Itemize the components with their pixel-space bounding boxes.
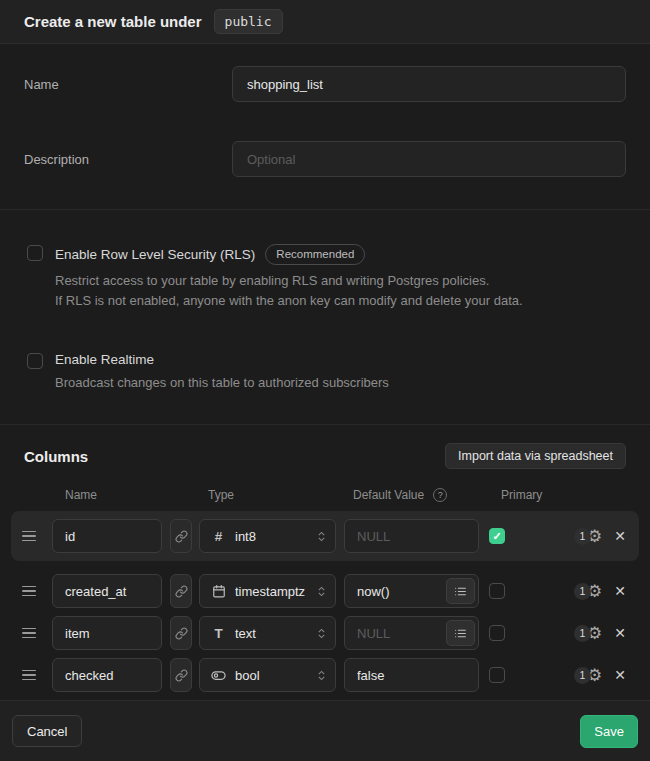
save-button[interactable]: Save (580, 715, 638, 748)
chevron-up-down-icon (315, 530, 328, 543)
modal-header: Create a new table under public (0, 0, 650, 44)
column-row: # int8 ✓ 1 ⚙ ✕ (11, 511, 639, 561)
column-row: timestamptz 1 ⚙ ✕ (11, 573, 639, 609)
modal-title: Create a new table under (24, 13, 202, 30)
rls-option: Enable Row Level Security (RLS) Recommen… (24, 244, 626, 311)
column-settings-button[interactable]: 1 ⚙ (574, 528, 602, 545)
column-settings-button[interactable]: 1 ⚙ (574, 583, 602, 600)
column-type-value: int8 (235, 529, 306, 544)
table-description-input[interactable] (232, 141, 626, 177)
remove-column-icon[interactable]: ✕ (614, 668, 626, 682)
header-primary: Primary (501, 488, 542, 502)
column-rows: # int8 ✓ 1 ⚙ ✕ timestamptz (24, 511, 626, 693)
header-name: Name (65, 488, 208, 502)
remove-column-icon[interactable]: ✕ (614, 584, 626, 598)
remove-column-icon[interactable]: ✕ (614, 626, 626, 640)
settings-count-badge: 1 (574, 667, 591, 684)
foreign-key-link-icon[interactable] (170, 574, 192, 608)
drag-handle-icon[interactable] (22, 531, 36, 542)
create-table-modal: Create a new table under public Name Des… (0, 0, 650, 761)
chevron-up-down-icon (315, 585, 328, 598)
primary-checkbox[interactable] (489, 625, 505, 641)
import-spreadsheet-button[interactable]: Import data via spreadsheet (445, 443, 626, 469)
default-value-menu-icon[interactable] (446, 620, 475, 646)
column-name-input[interactable] (52, 658, 162, 692)
column-type-value: text (235, 626, 306, 641)
name-label: Name (24, 66, 232, 102)
column-type-select[interactable]: timestamptz (199, 574, 336, 608)
chevron-up-down-icon (315, 669, 328, 682)
name-row: Name (24, 66, 626, 102)
cancel-button[interactable]: Cancel (12, 715, 82, 747)
toggle-icon (211, 668, 226, 683)
realtime-option: Enable Realtime Broadcast changes on thi… (24, 352, 626, 393)
chevron-up-down-icon (315, 627, 328, 640)
remove-column-icon[interactable]: ✕ (614, 529, 626, 543)
basic-info-section: Name Description (0, 44, 650, 210)
default-value-menu-icon[interactable] (446, 578, 475, 604)
drag-handle-icon[interactable] (22, 670, 36, 681)
primary-checkbox[interactable] (489, 667, 505, 683)
columns-section: Columns Import data via spreadsheet Name… (0, 425, 650, 700)
column-type-value: bool (235, 668, 306, 683)
foreign-key-link-icon[interactable] (170, 519, 192, 553)
foreign-key-link-icon[interactable] (170, 658, 192, 692)
column-name-input[interactable] (52, 519, 162, 553)
rls-description-line1: Restrict access to your table by enablin… (55, 271, 523, 291)
column-default-input[interactable] (344, 519, 479, 553)
realtime-checkbox[interactable] (27, 353, 43, 369)
column-settings-button[interactable]: 1 ⚙ (574, 625, 602, 642)
column-name-input[interactable] (52, 574, 162, 608)
rls-label: Enable Row Level Security (RLS) (55, 247, 255, 262)
column-row: T text 1 ⚙ ✕ (11, 615, 639, 651)
calendar-icon (211, 584, 226, 598)
primary-checkbox[interactable]: ✓ (489, 528, 505, 544)
help-circle-icon[interactable]: ? (433, 488, 447, 502)
column-type-select[interactable]: T text (199, 616, 336, 650)
table-name-input[interactable] (232, 66, 626, 102)
columns-heading: Columns (24, 448, 88, 465)
settings-count-badge: 1 (574, 528, 591, 545)
settings-count-badge: 1 (574, 625, 591, 642)
drag-handle-icon[interactable] (22, 586, 36, 597)
description-label: Description (24, 141, 232, 177)
column-type-select[interactable]: # int8 (199, 519, 336, 553)
primary-checkbox[interactable] (489, 583, 505, 599)
options-section: Enable Row Level Security (RLS) Recommen… (0, 210, 650, 425)
foreign-key-link-icon[interactable] (170, 616, 192, 650)
realtime-description: Broadcast changes on this table to autho… (55, 373, 389, 393)
column-type-select[interactable]: bool (199, 658, 336, 692)
drag-handle-icon[interactable] (22, 628, 36, 639)
columns-table-header: Name Type Default Value ? Primary (24, 488, 626, 502)
header-type: Type (208, 488, 353, 502)
schema-badge: public (214, 9, 283, 35)
header-default-value: Default Value (353, 488, 424, 502)
column-row: bool 1 ⚙ ✕ (11, 657, 639, 693)
column-settings-button[interactable]: 1 ⚙ (574, 667, 602, 684)
column-type-value: timestamptz (235, 584, 306, 599)
recommended-badge: Recommended (265, 244, 365, 265)
hash-icon: # (211, 529, 226, 544)
settings-count-badge: 1 (574, 583, 591, 600)
column-default-input[interactable] (344, 658, 479, 692)
modal-footer: Cancel Save (0, 700, 650, 761)
description-row: Description (24, 141, 626, 177)
realtime-label: Enable Realtime (55, 352, 154, 367)
column-name-input[interactable] (52, 616, 162, 650)
rls-checkbox[interactable] (27, 245, 43, 261)
text-icon: T (211, 626, 226, 641)
rls-description-line2: If RLS is not enabled, anyone with the a… (55, 291, 523, 311)
